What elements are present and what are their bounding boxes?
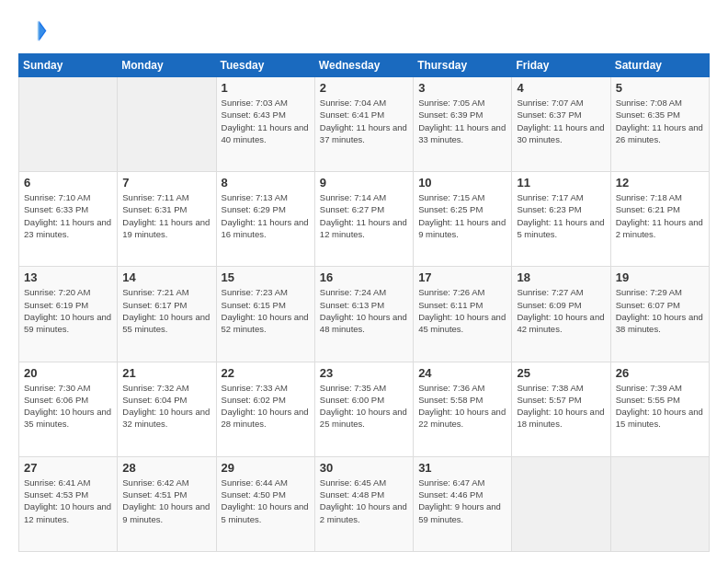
- day-number: 13: [24, 270, 112, 284]
- day-info: Sunrise: 6:47 AM Sunset: 4:46 PM Dayligh…: [418, 477, 506, 525]
- day-number: 16: [320, 270, 408, 284]
- weekday-header-row: SundayMondayTuesdayWednesdayThursdayFrid…: [19, 54, 710, 77]
- calendar-cell: 26Sunrise: 7:39 AM Sunset: 5:55 PM Dayli…: [610, 362, 709, 456]
- calendar-cell: 23Sunrise: 7:35 AM Sunset: 6:00 PM Dayli…: [314, 362, 413, 456]
- day-number: 24: [418, 366, 506, 380]
- calendar-cell: 16Sunrise: 7:24 AM Sunset: 6:13 PM Dayli…: [314, 267, 413, 362]
- calendar-table: SundayMondayTuesdayWednesdayThursdayFrid…: [18, 53, 710, 552]
- day-number: 26: [616, 366, 704, 380]
- day-number: 3: [418, 81, 506, 95]
- day-info: Sunrise: 7:30 AM Sunset: 6:06 PM Dayligh…: [24, 382, 112, 431]
- day-info: Sunrise: 7:27 AM Sunset: 6:09 PM Dayligh…: [517, 286, 605, 335]
- day-number: 22: [222, 366, 310, 380]
- day-number: 2: [320, 81, 408, 95]
- weekday-header-friday: Friday: [512, 54, 610, 77]
- day-info: Sunrise: 7:23 AM Sunset: 6:15 PM Dayligh…: [222, 286, 310, 335]
- day-number: 19: [616, 270, 704, 284]
- day-info: Sunrise: 7:20 AM Sunset: 6:19 PM Dayligh…: [24, 286, 112, 335]
- day-info: Sunrise: 7:21 AM Sunset: 6:17 PM Dayligh…: [122, 286, 210, 335]
- day-info: Sunrise: 6:42 AM Sunset: 4:51 PM Dayligh…: [122, 477, 210, 525]
- calendar-cell: 14Sunrise: 7:21 AM Sunset: 6:17 PM Dayli…: [118, 267, 216, 362]
- day-number: 20: [24, 366, 112, 380]
- day-info: Sunrise: 7:33 AM Sunset: 6:02 PM Dayligh…: [222, 382, 310, 431]
- day-number: 8: [222, 176, 310, 190]
- weekday-header-monday: Monday: [118, 54, 216, 77]
- day-info: Sunrise: 6:45 AM Sunset: 4:48 PM Dayligh…: [320, 477, 408, 525]
- calendar-cell: 24Sunrise: 7:36 AM Sunset: 5:58 PM Dayli…: [414, 362, 512, 456]
- weekday-header-saturday: Saturday: [610, 54, 709, 77]
- day-number: 23: [320, 366, 408, 380]
- day-number: 5: [616, 81, 704, 95]
- day-number: 7: [122, 176, 210, 190]
- day-info: Sunrise: 7:08 AM Sunset: 6:35 PM Dayligh…: [616, 97, 704, 145]
- calendar-cell: 22Sunrise: 7:33 AM Sunset: 6:02 PM Dayli…: [216, 362, 314, 456]
- day-info: Sunrise: 7:03 AM Sunset: 6:43 PM Dayligh…: [222, 97, 310, 145]
- day-info: Sunrise: 7:04 AM Sunset: 6:41 PM Dayligh…: [320, 97, 408, 145]
- calendar-cell: 27Sunrise: 6:41 AM Sunset: 4:53 PM Dayli…: [19, 456, 118, 551]
- calendar-cell: [512, 456, 610, 551]
- day-info: Sunrise: 7:24 AM Sunset: 6:13 PM Dayligh…: [320, 286, 408, 335]
- day-info: Sunrise: 7:39 AM Sunset: 5:55 PM Dayligh…: [616, 382, 704, 431]
- calendar-cell: 20Sunrise: 7:30 AM Sunset: 6:06 PM Dayli…: [19, 362, 118, 456]
- day-info: Sunrise: 7:32 AM Sunset: 6:04 PM Dayligh…: [122, 382, 210, 431]
- calendar-cell: 28Sunrise: 6:42 AM Sunset: 4:51 PM Dayli…: [118, 456, 216, 551]
- day-number: 18: [517, 270, 605, 284]
- weekday-header-sunday: Sunday: [19, 54, 118, 77]
- calendar-cell: 13Sunrise: 7:20 AM Sunset: 6:19 PM Dayli…: [19, 267, 118, 362]
- calendar-cell: 8Sunrise: 7:13 AM Sunset: 6:29 PM Daylig…: [216, 172, 314, 267]
- calendar-cell: 17Sunrise: 7:26 AM Sunset: 6:11 PM Dayli…: [414, 267, 512, 362]
- calendar-cell: 5Sunrise: 7:08 AM Sunset: 6:35 PM Daylig…: [610, 77, 709, 172]
- calendar-cell: 11Sunrise: 7:17 AM Sunset: 6:23 PM Dayli…: [512, 172, 610, 267]
- week-row-3: 13Sunrise: 7:20 AM Sunset: 6:19 PM Dayli…: [19, 267, 710, 362]
- day-number: 9: [320, 176, 408, 190]
- calendar-cell: 7Sunrise: 7:11 AM Sunset: 6:31 PM Daylig…: [118, 172, 216, 267]
- calendar-cell: 6Sunrise: 7:10 AM Sunset: 6:33 PM Daylig…: [19, 172, 118, 267]
- calendar-cell: 1Sunrise: 7:03 AM Sunset: 6:43 PM Daylig…: [216, 77, 314, 172]
- day-number: 28: [122, 461, 210, 475]
- week-row-5: 27Sunrise: 6:41 AM Sunset: 4:53 PM Dayli…: [19, 456, 710, 551]
- calendar-cell: 15Sunrise: 7:23 AM Sunset: 6:15 PM Dayli…: [216, 267, 314, 362]
- day-info: Sunrise: 7:36 AM Sunset: 5:58 PM Dayligh…: [418, 382, 506, 431]
- logo: [18, 15, 51, 44]
- day-info: Sunrise: 7:29 AM Sunset: 6:07 PM Dayligh…: [616, 286, 704, 335]
- calendar-cell: [19, 77, 118, 172]
- calendar-cell: [118, 77, 216, 172]
- day-info: Sunrise: 7:15 AM Sunset: 6:25 PM Dayligh…: [418, 191, 506, 240]
- calendar-cell: 9Sunrise: 7:14 AM Sunset: 6:27 PM Daylig…: [314, 172, 413, 267]
- day-info: Sunrise: 7:18 AM Sunset: 6:21 PM Dayligh…: [616, 191, 704, 240]
- day-number: 25: [517, 366, 605, 380]
- calendar-cell: 31Sunrise: 6:47 AM Sunset: 4:46 PM Dayli…: [414, 456, 512, 551]
- calendar-cell: 21Sunrise: 7:32 AM Sunset: 6:04 PM Dayli…: [118, 362, 216, 456]
- calendar-cell: 2Sunrise: 7:04 AM Sunset: 6:41 PM Daylig…: [314, 77, 413, 172]
- day-number: 17: [418, 270, 506, 284]
- day-info: Sunrise: 7:10 AM Sunset: 6:33 PM Dayligh…: [24, 191, 112, 240]
- day-number: 30: [320, 461, 408, 475]
- day-info: Sunrise: 7:13 AM Sunset: 6:29 PM Dayligh…: [222, 191, 310, 240]
- day-number: 29: [222, 461, 310, 475]
- calendar-cell: 12Sunrise: 7:18 AM Sunset: 6:21 PM Dayli…: [610, 172, 709, 267]
- week-row-1: 1Sunrise: 7:03 AM Sunset: 6:43 PM Daylig…: [19, 77, 710, 172]
- page: SundayMondayTuesdayWednesdayThursdayFrid…: [0, 0, 728, 563]
- week-row-2: 6Sunrise: 7:10 AM Sunset: 6:33 PM Daylig…: [19, 172, 710, 267]
- day-info: Sunrise: 7:11 AM Sunset: 6:31 PM Dayligh…: [122, 191, 210, 240]
- day-info: Sunrise: 7:38 AM Sunset: 5:57 PM Dayligh…: [517, 382, 605, 431]
- calendar-cell: 30Sunrise: 6:45 AM Sunset: 4:48 PM Dayli…: [314, 456, 413, 551]
- header: [18, 15, 710, 44]
- day-number: 1: [222, 81, 310, 95]
- day-number: 27: [24, 461, 112, 475]
- weekday-header-wednesday: Wednesday: [314, 54, 413, 77]
- day-number: 4: [517, 81, 605, 95]
- week-row-4: 20Sunrise: 7:30 AM Sunset: 6:06 PM Dayli…: [19, 362, 710, 456]
- calendar-cell: 19Sunrise: 7:29 AM Sunset: 6:07 PM Dayli…: [610, 267, 709, 362]
- day-info: Sunrise: 6:44 AM Sunset: 4:50 PM Dayligh…: [222, 477, 310, 525]
- day-info: Sunrise: 7:26 AM Sunset: 6:11 PM Dayligh…: [418, 286, 506, 335]
- day-info: Sunrise: 6:41 AM Sunset: 4:53 PM Dayligh…: [24, 477, 112, 525]
- day-number: 21: [122, 366, 210, 380]
- day-number: 11: [517, 176, 605, 190]
- day-number: 12: [616, 176, 704, 190]
- day-number: 15: [222, 270, 310, 284]
- day-info: Sunrise: 7:05 AM Sunset: 6:39 PM Dayligh…: [418, 97, 506, 145]
- logo-icon: [18, 15, 48, 44]
- weekday-header-thursday: Thursday: [414, 54, 512, 77]
- calendar-cell: 4Sunrise: 7:07 AM Sunset: 6:37 PM Daylig…: [512, 77, 610, 172]
